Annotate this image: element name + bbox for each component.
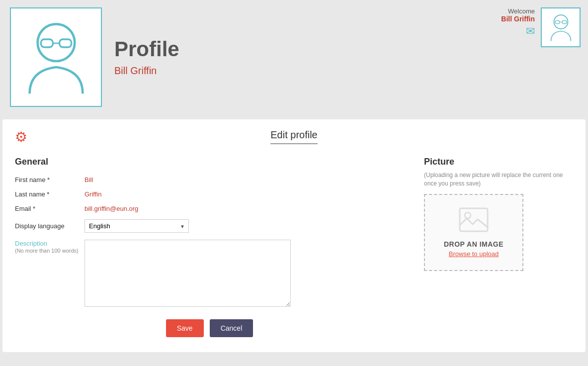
drop-label: DROP AN IMAGE (444, 240, 504, 248)
section-header: ⚙ Edit profile (15, 129, 573, 144)
welcome-name: Bill Griffin (501, 15, 535, 23)
svg-rect-2 (59, 39, 71, 47)
save-button[interactable]: Save (166, 319, 204, 337)
description-label-hint: (No more than 100 words) (15, 247, 84, 254)
cancel-button[interactable]: Cancel (210, 319, 253, 337)
top-avatar (541, 7, 581, 47)
browse-link[interactable]: Browse to upload (449, 250, 499, 258)
mail-wrapper[interactable]: ✉ (501, 25, 535, 38)
last-name-label: Last name * (15, 190, 84, 198)
picture-title: Picture (424, 157, 573, 167)
section-title: Edit profile (270, 129, 318, 144)
top-right-section: Welcome Bill Griffin ✉ (501, 7, 581, 47)
header-avatar (10, 7, 102, 107)
last-name-group: Last name * Griffin (15, 190, 404, 198)
email-label: Email * (15, 205, 84, 212)
welcome-text: Welcome (501, 7, 535, 15)
picture-hint: (Uploading a new picture will replace th… (424, 171, 573, 188)
page-title: Profile (114, 38, 179, 61)
description-textarea[interactable] (84, 240, 291, 307)
svg-point-9 (465, 212, 471, 218)
page-header: Profile Bill Griffin Welcome Bill Griffi… (0, 0, 588, 114)
mail-icon[interactable]: ✉ (526, 25, 535, 38)
svg-rect-8 (460, 208, 488, 231)
display-language-group: Display language English French German S… (15, 219, 404, 233)
description-group: Description (No more than 100 words) (15, 240, 404, 307)
first-name-group: First name * Bill (15, 176, 404, 183)
button-row: Save Cancel (15, 319, 404, 337)
description-label-title: Description (15, 240, 84, 247)
picture-section: Picture (Uploading a new picture will re… (424, 157, 573, 337)
language-select[interactable]: English French German Spanish Italian (84, 219, 189, 233)
first-name-label: First name * (15, 176, 84, 183)
gear-icon: ⚙ (15, 129, 27, 145)
svg-rect-5 (555, 21, 560, 24)
svg-rect-6 (562, 21, 567, 24)
svg-rect-1 (41, 39, 53, 47)
last-name-value: Griffin (84, 190, 101, 198)
form-layout: General First name * Bill Last name * Gr… (15, 157, 573, 337)
language-select-wrapper[interactable]: English French German Spanish Italian (84, 219, 189, 233)
image-icon (459, 207, 489, 238)
form-left: General First name * Bill Last name * Gr… (15, 157, 404, 337)
header-username: Bill Griffin (114, 65, 179, 77)
main-card: ⚙ Edit profile General First name * Bill… (2, 119, 586, 352)
image-drop-zone[interactable]: DROP AN IMAGE Browse to upload (424, 194, 523, 271)
header-info: Profile Bill Griffin (114, 38, 179, 76)
first-name-value: Bill (84, 176, 93, 183)
email-value: bill.griffin@eun.org (84, 205, 138, 212)
email-group: Email * bill.griffin@eun.org (15, 205, 404, 212)
welcome-block: Welcome Bill Griffin ✉ (501, 7, 535, 38)
display-language-label: Display language (15, 222, 84, 230)
description-label: Description (No more than 100 words) (15, 240, 84, 254)
general-title: General (15, 157, 404, 167)
